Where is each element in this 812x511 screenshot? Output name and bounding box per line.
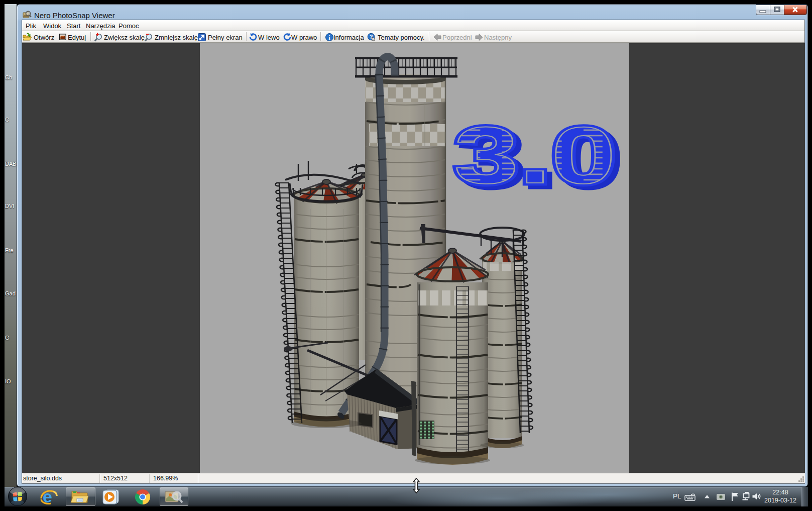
svg-text:3.0: 3.0 bbox=[454, 110, 616, 199]
